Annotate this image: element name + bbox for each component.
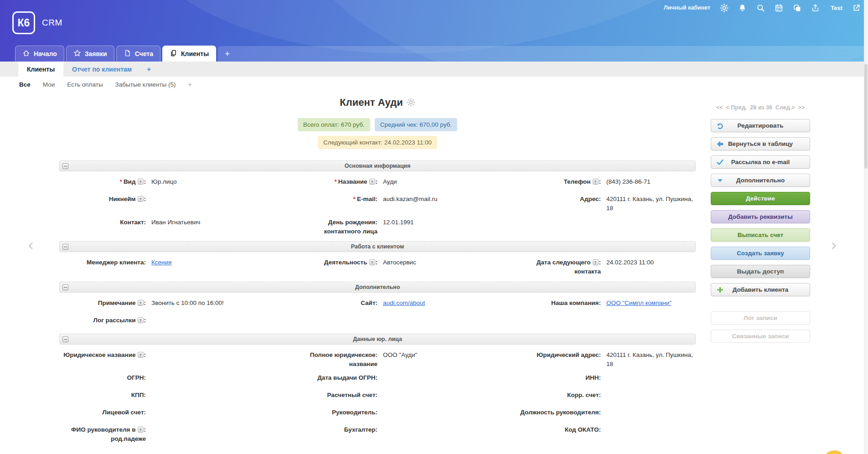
section-additional: Дополнительно Примечание?: Звонить с 10:… <box>59 282 696 333</box>
site-link[interactable]: audi.com/about <box>383 299 425 306</box>
field-value: Автосервис <box>383 258 416 267</box>
field-client-manager: Менеджер клиента: Ксения <box>59 253 271 277</box>
export-icon[interactable] <box>811 4 820 12</box>
search-icon[interactable] <box>756 4 765 12</box>
issue-invoice-button[interactable]: Выписать счет <box>711 228 810 242</box>
add-filter-button[interactable]: + <box>188 81 191 88</box>
pagination-first[interactable]: << <box>716 104 723 111</box>
section-title: Данные юр. лица <box>353 336 402 342</box>
tab-requests[interactable]: Заявки <box>66 46 114 62</box>
section-title: Работа с клиентом <box>351 243 404 250</box>
external-link-icon[interactable] <box>852 4 861 12</box>
refresh-icon <box>716 122 724 129</box>
collapse-icon[interactable] <box>62 284 68 290</box>
plus-icon <box>716 286 724 294</box>
required-mark: * <box>335 178 337 185</box>
scrollbar-track[interactable] <box>864 0 868 454</box>
settings-icon[interactable] <box>720 4 728 12</box>
field-value: 12.01.1991 <box>383 218 414 227</box>
subtab-row: Клиенты Отчет по клиентам + <box>0 62 868 77</box>
empty-cell <box>271 311 483 329</box>
prev-record-arrow[interactable]: ‹ <box>27 237 34 253</box>
help-icon[interactable]: ? <box>369 179 375 185</box>
field-type: *Вид?: Юр.лицо <box>59 173 271 190</box>
add-client-button[interactable]: Добавить клиента <box>711 283 810 296</box>
floating-action-button[interactable] <box>823 450 845 454</box>
pages-icon <box>170 49 177 58</box>
star-icon <box>73 49 81 58</box>
subtab-client-report[interactable]: Отчет по клиентам <box>63 62 140 77</box>
main-tab-bar: Начало Заявки Счета Клиенты + <box>15 46 868 62</box>
section-title: Основная информация <box>345 163 411 169</box>
help-icon[interactable]: ? <box>138 317 144 323</box>
field-value: 420111 г. Казань, ул. Пушкина, 18 <box>606 195 696 213</box>
add-requisites-button[interactable]: Добавить реквизиты <box>711 210 810 223</box>
collapse-icon[interactable] <box>62 336 68 342</box>
app-header: Личный кабинет Test К6 CRM Начало <box>0 0 868 62</box>
filter-has-payments[interactable]: Есть оплаты <box>67 81 103 88</box>
field-address: Адрес: 420111 г. Казань, ул. Пушкина, 18 <box>483 190 696 213</box>
empty-cell <box>483 213 696 237</box>
field-our-company: Наша компания: ООО "Симпл компани" <box>483 294 696 311</box>
filter-all[interactable]: Все <box>19 81 31 88</box>
field-settlement-account: Расчетный счет: <box>271 386 483 403</box>
field-activity: Деятельность?: Автосервис <box>271 253 483 277</box>
scrollbar-thumb[interactable] <box>864 64 868 169</box>
app-logo[interactable]: К6 CRM <box>12 11 62 34</box>
record-settings-gear-icon[interactable] <box>407 98 415 108</box>
help-icon[interactable]: ? <box>138 352 144 358</box>
help-icon[interactable]: ? <box>138 179 144 185</box>
action-button[interactable]: Действие <box>711 192 810 205</box>
collapse-icon[interactable] <box>62 244 68 250</box>
notifications-icon[interactable] <box>738 4 747 12</box>
action-column: Редактировать Вернуться в таблицу Рассыл… <box>711 119 810 343</box>
arrow-left-icon <box>716 140 724 148</box>
email-mailing-button[interactable]: Рассылка по e-mail <box>711 155 810 169</box>
help-icon[interactable]: ? <box>369 259 375 265</box>
pagination-prev[interactable]: < Пред. <box>726 104 747 111</box>
pagination-last[interactable]: >> <box>798 104 805 111</box>
filter-row: Все Мои Есть оплаты Забытые клиенты (5) … <box>0 77 868 92</box>
help-icon[interactable]: ? <box>593 259 599 265</box>
create-request-button[interactable]: Создать заявку <box>711 247 810 260</box>
help-icon[interactable]: ? <box>138 196 144 202</box>
back-to-table-button[interactable]: Вернуться в таблицу <box>711 137 810 150</box>
next-record-arrow[interactable]: › <box>831 237 837 253</box>
caret-down-icon <box>716 176 724 184</box>
record-log-button[interactable]: Лог записи <box>711 311 810 325</box>
subtab-clients[interactable]: Клиенты <box>18 62 63 77</box>
personal-cabinet-link[interactable]: Личный кабинет <box>664 5 710 11</box>
field-director: Руководитель: <box>271 403 483 421</box>
section-legal-entity: Данные юр. лица Юридическое название?: П… <box>59 334 696 448</box>
pagination-counter: 28 из 36 <box>750 104 772 111</box>
field-director-genitive-name: ФИО руководителя в?:род.падеже <box>59 421 271 444</box>
tab-invoices[interactable]: Счета <box>116 46 160 62</box>
help-icon[interactable]: ? <box>593 179 599 185</box>
edit-button[interactable]: Редактировать <box>711 119 810 132</box>
collapse-icon[interactable] <box>62 163 68 169</box>
tab-home[interactable]: Начало <box>15 46 64 62</box>
record-badges: Всего оплат: 670 руб. Средний чек: 670,0… <box>59 118 696 149</box>
more-button[interactable]: Дополнительно <box>711 174 810 187</box>
related-records-button[interactable]: Связанные записи <box>711 330 810 343</box>
filter-forgotten-clients[interactable]: Забытые клиенты (5) <box>115 81 176 88</box>
field-legal-name: Юридическое название?: <box>59 346 271 369</box>
add-tab-button[interactable]: + <box>225 50 229 58</box>
field-value: Ауди <box>383 177 397 186</box>
our-company-link[interactable]: ООО "Симпл компани" <box>606 299 672 306</box>
field-value: Звонить с 10:00 по 16:00! <box>151 299 224 308</box>
copy-icon[interactable] <box>793 4 801 12</box>
user-name[interactable]: Test <box>831 5 842 11</box>
tab-clients[interactable]: Клиенты <box>162 46 216 62</box>
help-icon[interactable]: ? <box>138 300 144 306</box>
add-subtab-button[interactable]: + <box>140 62 157 77</box>
filter-mine[interactable]: Мои <box>43 81 55 88</box>
pagination-next[interactable]: След.> <box>775 104 795 111</box>
help-icon[interactable]: ? <box>138 427 144 433</box>
calendar-icon[interactable] <box>775 4 783 12</box>
field-site: Сайт: audi.com/about <box>271 294 483 311</box>
tab-strip: + <box>218 46 868 62</box>
grant-access-button[interactable]: Выдать доступ <box>711 265 810 278</box>
field-value: 420111 г. Казань, ул. Пушкина, 18 <box>606 351 696 369</box>
manager-link[interactable]: Ксения <box>151 259 171 266</box>
